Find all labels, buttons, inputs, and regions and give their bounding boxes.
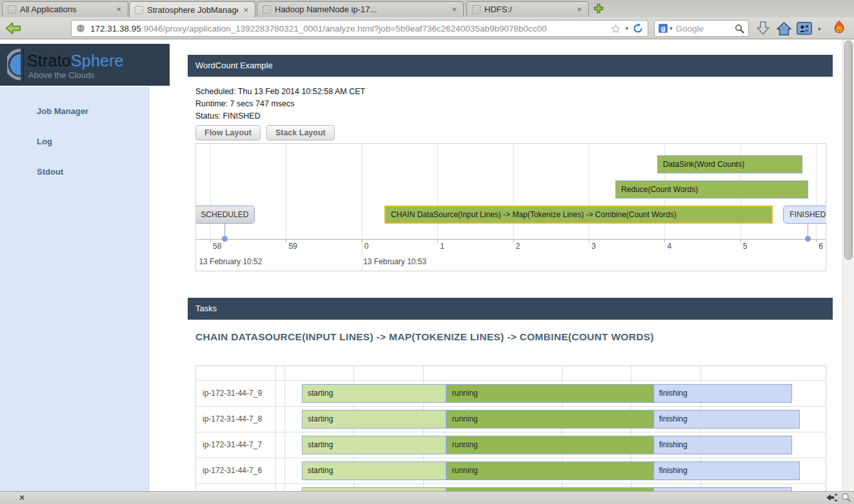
browser-window: All Applications×Stratosphere JobManager… [0,0,854,504]
task-row: ip-172-31-44-7_6startingrunningfinishing [196,458,826,484]
task-segment-finishing: finishing [653,410,800,429]
flame-addon-icon[interactable] [832,20,846,35]
tasks-table: ip-172-31-44-7_9startingrunningfinishing… [195,365,826,504]
tab-close-icon[interactable]: × [575,5,583,14]
search-magnifier-icon[interactable] [735,24,744,34]
axis-tick [816,239,817,242]
task-bar-track: startingrunningfinishing [285,458,826,483]
tab-label: Hadoop NameNode ip-17... [275,5,446,14]
task-table-header-cell [196,366,276,380]
job-status-text: Status: FINISHED [195,111,261,121]
reload-icon[interactable] [633,23,643,34]
task-segment-running: running [446,461,653,480]
url-text[interactable]: 172.31.38.95:9046/proxy/application_1392… [90,24,611,34]
gridline [286,144,286,239]
task-row: ip-172-31-44-7_8startingrunningfinishing [196,407,826,432]
logo-title-sphere: Sphere [71,52,124,70]
task-table-header-cell [276,366,285,380]
zoom-magnifier-icon[interactable] [841,492,851,503]
tab-1[interactable]: Stratosphere JobManager× [129,1,255,17]
sidebar-item-job-manager[interactable]: Job Manager [37,106,88,116]
tab-close-icon[interactable]: × [242,5,250,15]
gridline [362,144,362,271]
tab-favicon-icon [135,6,143,14]
search-input[interactable]: Google [676,24,735,34]
downloads-icon[interactable] [756,21,770,36]
task-segment-running: running [446,436,653,454]
sidebar-item-stdout[interactable]: Stdout [37,167,63,177]
tab-groups-icon[interactable] [797,22,812,35]
tab-0[interactable]: All Applications× [2,1,128,17]
tab-strip: All Applications×Stratosphere JobManager… [0,0,854,17]
tab-close-icon[interactable]: × [115,5,123,14]
sidebar-item-log[interactable]: Log [37,137,52,146]
task-table-header-row [196,366,826,381]
stack-layout-button[interactable]: Stack Layout [266,125,335,141]
timeline-chart: 5859012345613 February 10:5213 February … [195,143,826,271]
task-gap-cell [276,432,285,458]
job-runtime-text: Runtime: 7 secs 747 msecs [195,99,295,108]
home-icon[interactable] [776,21,792,36]
search-engine-favicon[interactable]: g [659,24,668,33]
navigation-toolbar: 172.31.38.95:9046/proxy/application_1392… [0,17,854,39]
timeline-marker-scheduled[interactable]: SCHEDULED [195,206,255,224]
site-identity-globe-icon[interactable] [76,24,85,33]
statusbar-close-icon[interactable]: × [19,492,25,503]
gridline [437,144,438,239]
task-segment-running: running [446,410,653,429]
task-segment-starting: starting [302,384,446,403]
url-bar[interactable]: 172.31.38.95:9046/proxy/application_1392… [71,20,648,37]
task-segment-starting: starting [302,461,446,480]
axis-tick-label: 5 [743,242,748,251]
job-scheduled-text: Scheduled: Thu 13 Feb 2014 10:52:58 AM C… [195,87,365,96]
toolbar-overflow-icon[interactable]: ▾ [818,26,821,32]
url-dropdown-icon[interactable]: ▾ [625,25,628,32]
task-row: ip-172-31-44-7_9startingrunningfinishing [196,381,826,407]
axis-tick [740,239,741,242]
gridline [513,144,514,239]
task-segment-finishing: finishing [653,384,792,403]
axis-tick [513,239,514,242]
timeline-bar[interactable]: DataSink(Word Counts) [657,155,802,173]
axis-tick-label: 6 [819,242,823,251]
timeline-bar[interactable]: CHAIN DataSource(Input Lines) -> Map(Tok… [384,206,773,224]
timeline-marker-finished[interactable]: FINISHED [783,206,826,224]
axis-tick-label: 58 [213,242,221,251]
tasks-panel-header: Tasks [188,298,833,320]
timeline-bar[interactable]: Reduce(Count Words) [615,180,808,199]
search-engine-dropdown-icon[interactable]: ▾ [670,25,673,32]
back-button[interactable] [5,20,21,37]
bookmark-star-icon[interactable] [611,24,621,34]
tab-close-icon[interactable]: × [450,5,458,14]
job-panel-header: WordCount Example [188,55,833,77]
task-group-heading: CHAIN DATASOURCE(INPUT LINES) -> MAP(TOK… [195,331,654,343]
axis-tick [210,239,211,242]
task-bar-track: startingrunningfinishing [285,381,826,406]
axis-tick [362,239,362,242]
pan-arrows-icon[interactable] [826,492,839,503]
tab-3[interactable]: HDFS:/× [466,1,589,17]
scrollbar-thumb[interactable] [844,41,853,260]
marker-dot-icon [222,236,228,242]
search-bar[interactable]: g ▾ Google [654,20,749,37]
task-host-label: ip-172-31-44-7_8 [196,407,276,432]
axis-tick-label: 3 [591,242,596,251]
flow-layout-button[interactable]: Flow Layout [195,125,261,141]
task-gap-cell [276,458,285,483]
vertical-scrollbar[interactable] [842,39,854,491]
url-path: :9046/proxy/application_1392283780321_00… [141,24,547,34]
axis-tick-label: 59 [288,242,297,251]
tab-label: HDFS:/ [484,5,571,14]
new-tab-button[interactable] [593,3,606,15]
task-bar-track: startingrunningfinishing [285,432,826,458]
tab-2[interactable]: Hadoop NameNode ip-17...× [257,1,464,17]
status-bar: × [0,491,854,504]
axis-tick-label: 4 [667,242,671,251]
axis-date-label: 13 February 10:52 [199,257,262,266]
url-host: 172.31.38.95 [90,24,141,34]
logo-title-strato: Strato [27,52,71,70]
logo-tagline: Above the Clouds [28,70,95,80]
axis-date-label: 13 February 10:53 [363,257,426,266]
tab-label: All Applications [20,5,111,14]
layout-buttons: Flow LayoutStack Layout [195,125,335,141]
